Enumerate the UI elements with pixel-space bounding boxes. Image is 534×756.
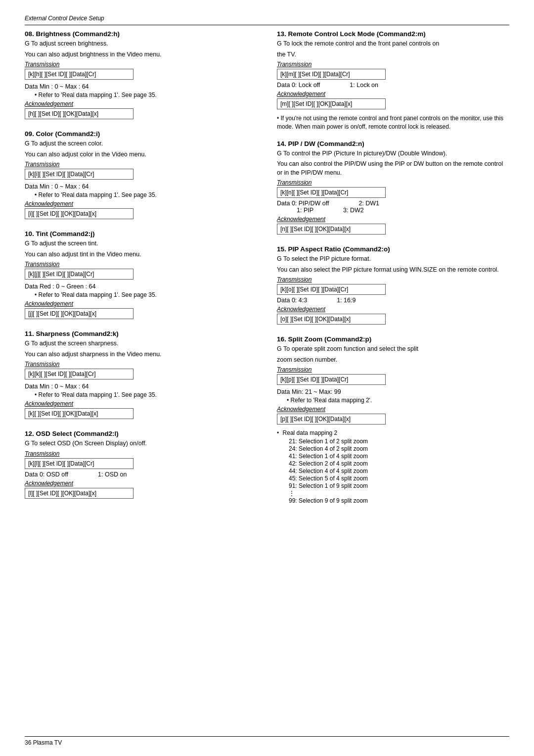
section-08-ack-code: [h][ ][Set ID][ ][OK][Data][x] xyxy=(25,108,134,119)
section-15-transmission-label: Transmission xyxy=(277,276,509,283)
page-footer: 36 Plasma TV xyxy=(25,736,509,746)
section-16-g1: G To operate split zoom function and sel… xyxy=(277,345,509,354)
section-16-bullet: Refer to 'Real data mapping 2'. xyxy=(287,397,509,404)
section-09-bullet: Refer to 'Real data mapping 1'. See page… xyxy=(35,191,257,198)
section-14-data-row2: 1: PIP 3: DW2 xyxy=(297,207,509,214)
section-09-transmission-code: [k][i][ ][Set ID][ ][Data][Cr] xyxy=(25,169,134,180)
real-data-item: 42: Selection 2 of 4 split zoom xyxy=(289,460,509,467)
section-10-ack-label: Acknowledgement xyxy=(25,300,257,307)
section-15-data-pair: Data 0: 4:3 1: 16:9 xyxy=(277,297,509,304)
section-13-title: 13. Remote Control Lock Mode (Command2:m… xyxy=(277,30,509,38)
section-13-data-0: Data 0: Lock off xyxy=(277,82,320,89)
section-13-g1: G To lock the remote control and the fro… xyxy=(277,40,509,48)
section-13-note: • If you're not using the remote control… xyxy=(277,114,509,131)
section-12-data-pair: Data 0: OSD off 1: OSD on xyxy=(25,471,257,478)
section-13-ack-label: Acknowledgement xyxy=(277,91,509,97)
section-09-ack-code: [i][ ][Set ID][ ][OK][Data][x] xyxy=(25,208,134,219)
section-10-data: Data Red : 0 ~ Green : 64 xyxy=(25,283,257,290)
section-08-g1: G To adjust screen brightness. xyxy=(25,40,257,48)
section-13-data-pair: Data 0: Lock off 1: Lock on xyxy=(277,82,509,89)
section-08-transmission-code: [k][h][ ][Set ID][ ][Data][Cr] xyxy=(25,69,134,80)
section-08-bullet: Refer to 'Real data mapping 1'. See page… xyxy=(35,92,257,98)
section-11-g2: You can also adjust sharpness in the Vid… xyxy=(25,350,257,359)
real-data-item: ⋮ xyxy=(289,490,509,497)
real-data-item: 24: Selection 4 of 2 split zoom xyxy=(289,445,509,452)
section-16-data: Data Min: 21 ~ Max: 99 xyxy=(277,388,509,395)
section-11-ack-label: Acknowledgement xyxy=(25,400,257,407)
section-16-ack-code: [p][ ][Set ID][ ][OK][Data][x] xyxy=(277,414,386,425)
section-15-data-1: 1: 16:9 xyxy=(337,297,356,304)
section-12-transmission-label: Transmission xyxy=(25,450,257,457)
section-12-g1: G To select OSD (On Screen Display) on/o… xyxy=(25,439,257,448)
section-14-transmission-label: Transmission xyxy=(277,179,509,186)
section-14-g2: You can also control the PIP/DW using th… xyxy=(277,160,509,177)
section-11-title: 11. Sharpness (Command2:k) xyxy=(25,330,257,337)
section-08-transmission-label: Transmission xyxy=(25,61,257,68)
section-14: 14. PIP / DW (Command2:n) G To control t… xyxy=(277,140,509,237)
section-16-transmission-label: Transmission xyxy=(277,366,509,373)
real-data-item: 41: Selection 1 of 4 split zoom xyxy=(289,453,509,460)
section-14-ack-code: [n][ ][Set ID][ ][OK][Data][x] xyxy=(277,224,386,235)
section-14-data-00: Data 0: PIP/DW off xyxy=(277,200,329,207)
section-14-title: 14. PIP / DW (Command2:n) xyxy=(277,140,509,147)
section-10: 10. Tint (Command2:j) G To adjust the sc… xyxy=(25,230,257,321)
section-15-g1: G To select the PIP picture format. xyxy=(277,255,509,264)
section-13-data-1: 1: Lock on xyxy=(350,82,378,89)
section-09-title: 09. Color (Command2:i) xyxy=(25,130,257,138)
section-11-data: Data Min : 0 ~ Max : 64 xyxy=(25,383,257,390)
section-08: 08. Brightness (Command2:h) G To adjust … xyxy=(25,30,257,121)
section-13: 13. Remote Control Lock Mode (Command2:m… xyxy=(277,30,509,131)
header-text: External Control Device Setup xyxy=(25,15,104,22)
section-13-ack-code: [m][ ][Set ID][ ][OK][Data][x] xyxy=(277,98,386,109)
section-09-ack-label: Acknowledgement xyxy=(25,200,257,207)
section-11-g1: G To adjust the screen sharpness. xyxy=(25,339,257,348)
section-09-transmission-label: Transmission xyxy=(25,161,257,168)
section-15-g2: You can also select the PIP picture form… xyxy=(277,266,509,275)
section-13-g2: the TV. xyxy=(277,50,509,59)
section-12-data-0: Data 0: OSD off xyxy=(25,471,68,478)
real-data-item: 45: Selection 5 of 4 split zoom xyxy=(289,475,509,482)
section-11-bullet: Refer to 'Real data mapping 1'. See page… xyxy=(35,391,257,398)
section-11: 11. Sharpness (Command2:k) G To adjust t… xyxy=(25,330,257,421)
section-10-transmission-code: [k][j][ ][Set ID][ ][Data][Cr] xyxy=(25,269,134,280)
left-column: 08. Brightness (Command2:h) G To adjust … xyxy=(25,30,257,513)
footer-text: 36 Plasma TV xyxy=(25,739,62,746)
section-12-title: 12. OSD Select (Command2:l) xyxy=(25,430,257,437)
section-09-g1: G To adjust the screen color. xyxy=(25,140,257,148)
section-09-data: Data Min : 0 ~ Max : 64 xyxy=(25,183,257,190)
section-08-g2: You can also adjust brightness in the Vi… xyxy=(25,50,257,59)
section-10-g2: You can also adjust tint in the Video me… xyxy=(25,250,257,259)
section-13-transmission-label: Transmission xyxy=(277,61,509,68)
real-data-items: 21: Selection 1 of 2 split zoom24: Selec… xyxy=(277,438,509,504)
section-15-transmission-code: [k][o][ ][Set ID][ ][Data][Cr] xyxy=(277,284,386,295)
section-15-title: 15. PIP Aspect Ratio (Command2:o) xyxy=(277,245,509,253)
section-10-title: 10. Tint (Command2:j) xyxy=(25,230,257,237)
section-14-data-row1: Data 0: PIP/DW off 2: DW1 xyxy=(277,200,509,207)
section-14-data-11: 3: DW2 xyxy=(343,207,364,214)
section-16-g2: zoom section number. xyxy=(277,356,509,365)
section-08-data: Data Min : 0 ~ Max : 64 xyxy=(25,83,257,90)
real-data-title: Real data mapping 2 xyxy=(283,429,338,436)
section-09-g2: You can also adjust color in the Video m… xyxy=(25,150,257,159)
section-14-transmission-code: [k][n][ ][Set ID][ ][Data][Cr] xyxy=(277,187,386,198)
section-14-g1: G To control the PIP (Picture In picture… xyxy=(277,149,509,158)
section-10-bullet: Refer to 'Real data mapping 1'. See page… xyxy=(35,291,257,298)
section-12-transmission-code: [k][l][ ][Set ID][ ][Data][Cr] xyxy=(25,458,134,469)
real-data-item: 44: Selection 4 of 4 split zoom xyxy=(289,468,509,474)
right-column: 13. Remote Control Lock Mode (Command2:m… xyxy=(277,30,509,513)
section-12-data-1: 1: OSD on xyxy=(98,471,127,478)
real-data-item: 99: Selection 9 of 9 split zoom xyxy=(289,497,509,504)
section-14-data-10: 1: PIP xyxy=(297,207,313,214)
real-data-item: 91: Selection 1 of 9 split zoom xyxy=(289,482,509,489)
section-14-data-01: 2: DW1 xyxy=(358,200,379,207)
section-15-data-0: Data 0: 4:3 xyxy=(277,297,307,304)
section-16-real-data: • Real data mapping 2 21: Selection 1 of… xyxy=(277,429,509,504)
page: External Control Device Setup 08. Bright… xyxy=(0,0,534,756)
section-13-transmission-code: [k][m][ ][Set ID][ ][Data][Cr] xyxy=(277,69,386,80)
section-12-ack-label: Acknowledgement xyxy=(25,480,257,487)
section-11-transmission-code: [k][k][ ][Set ID][ ][Data][Cr] xyxy=(25,369,134,379)
section-15-ack-code: [o][ ][Set ID][ ][OK][Data][x] xyxy=(277,314,386,325)
section-10-g1: G To adjust the screen tint. xyxy=(25,239,257,248)
section-12-ack-code: [l][ ][Set ID][ ][OK][Data][x] xyxy=(25,488,134,499)
section-14-ack-label: Acknowledgement xyxy=(277,216,509,223)
